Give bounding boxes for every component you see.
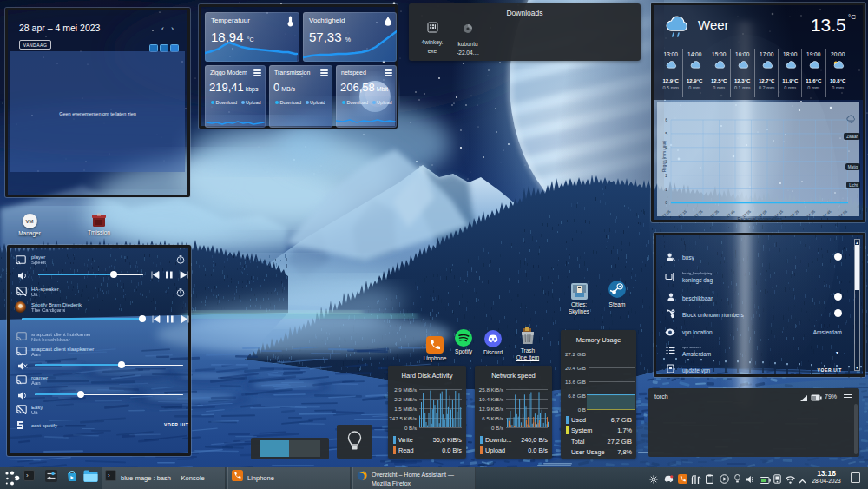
svg-text:13:25: 13:25 [694,209,704,219]
svg-text:1: 1 [665,187,667,192]
svg-text:Regen (mm / uur): Regen (mm / uur) [662,141,667,172]
svg-text:13:45: 13:45 [726,209,736,219]
svg-text:14:45: 14:45 [822,209,832,219]
svg-text:Regenval voorspelling: Regenval voorspelling [737,216,781,221]
svg-text:2: 2 [665,173,667,178]
svg-text:13:05: 13:05 [661,209,672,219]
svg-text:5: 5 [665,131,667,136]
svg-text:13:35: 13:35 [709,209,720,219]
svg-text:0: 0 [665,200,667,205]
svg-text:14:25: 14:25 [790,209,800,219]
svg-text:13:15: 13:15 [677,209,687,219]
svg-text:14:35: 14:35 [806,209,816,219]
svg-text:6: 6 [665,117,667,122]
svg-text:14:55: 14:55 [838,209,848,219]
